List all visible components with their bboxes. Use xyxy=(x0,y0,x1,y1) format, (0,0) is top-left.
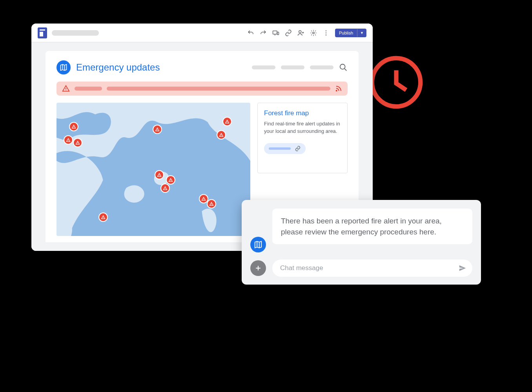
publish-button[interactable]: Publish ▼ xyxy=(335,29,366,37)
fire-pin[interactable] xyxy=(155,170,164,180)
alert-text-placeholder xyxy=(107,87,330,91)
fire-pin[interactable] xyxy=(222,117,232,126)
page-title: Emergency updates xyxy=(76,62,160,73)
map[interactable] xyxy=(56,103,250,236)
nav-placeholder xyxy=(310,65,333,69)
chat-bubble: There has been a reported fire alert in … xyxy=(272,209,472,244)
svg-point-5 xyxy=(326,30,326,31)
send-icon[interactable] xyxy=(458,264,467,272)
svg-point-9 xyxy=(336,90,337,91)
fire-pin[interactable] xyxy=(160,183,170,193)
rss-icon[interactable] xyxy=(335,85,342,92)
page-header: Emergency updates xyxy=(56,60,348,74)
info-card: Forest fire map Find real-time fire aler… xyxy=(257,103,348,173)
fire-pin[interactable] xyxy=(98,212,108,222)
chat-message-row: There has been a reported fire alert in … xyxy=(250,209,472,252)
fire-pin[interactable] xyxy=(207,199,216,209)
link-icon xyxy=(295,145,301,152)
pill-text-placeholder xyxy=(269,147,291,150)
nav-placeholder xyxy=(252,65,275,69)
toolbar-icons: Publish ▼ xyxy=(247,29,366,37)
warning-icon xyxy=(62,85,70,93)
fire-pin[interactable] xyxy=(73,138,82,147)
svg-point-4 xyxy=(313,32,315,34)
more-icon[interactable] xyxy=(322,29,330,36)
link-icon[interactable] xyxy=(285,29,292,36)
card-title: Forest fire map xyxy=(264,109,341,117)
alert-banner xyxy=(56,82,348,96)
chat-input-row: Chat message xyxy=(250,260,472,277)
fire-pin[interactable] xyxy=(69,122,78,131)
alert-text-placeholder xyxy=(75,87,102,91)
card-body: Find real-time fire alert updates in you… xyxy=(264,120,341,135)
redo-icon[interactable] xyxy=(260,29,267,36)
svg-rect-1 xyxy=(273,31,277,34)
fire-pin[interactable] xyxy=(217,130,226,140)
svg-point-3 xyxy=(299,31,301,33)
card-link-pill[interactable] xyxy=(264,143,306,154)
toolbar: Publish ▼ xyxy=(31,24,373,42)
bot-avatar xyxy=(250,237,266,252)
svg-point-6 xyxy=(326,32,326,33)
search-icon[interactable] xyxy=(339,63,348,72)
svg-rect-2 xyxy=(277,32,279,34)
nav-placeholder xyxy=(281,65,304,69)
undo-icon[interactable] xyxy=(247,29,254,36)
svg-point-8 xyxy=(340,64,345,69)
svg-point-7 xyxy=(326,34,326,35)
add-person-icon[interactable] xyxy=(297,29,304,36)
publish-caret-icon[interactable]: ▼ xyxy=(357,29,366,37)
chat-input-placeholder: Chat message xyxy=(280,264,458,272)
nav-placeholders xyxy=(252,63,348,72)
devices-icon[interactable] xyxy=(272,29,279,36)
fire-pin[interactable] xyxy=(64,135,73,145)
attach-button[interactable] xyxy=(250,260,266,276)
map-circle-icon xyxy=(56,60,71,74)
publish-label: Publish xyxy=(335,29,357,37)
clock-icon xyxy=(369,55,424,110)
chat-message-text: There has been a reported fire alert in … xyxy=(281,217,442,236)
chat-input[interactable]: Chat message xyxy=(272,260,472,277)
document-title-placeholder xyxy=(52,30,99,36)
chat-window: There has been a reported fire alert in … xyxy=(242,200,481,285)
gear-icon[interactable] xyxy=(310,29,317,36)
app-icon xyxy=(38,27,47,38)
fire-pin[interactable] xyxy=(153,125,162,134)
